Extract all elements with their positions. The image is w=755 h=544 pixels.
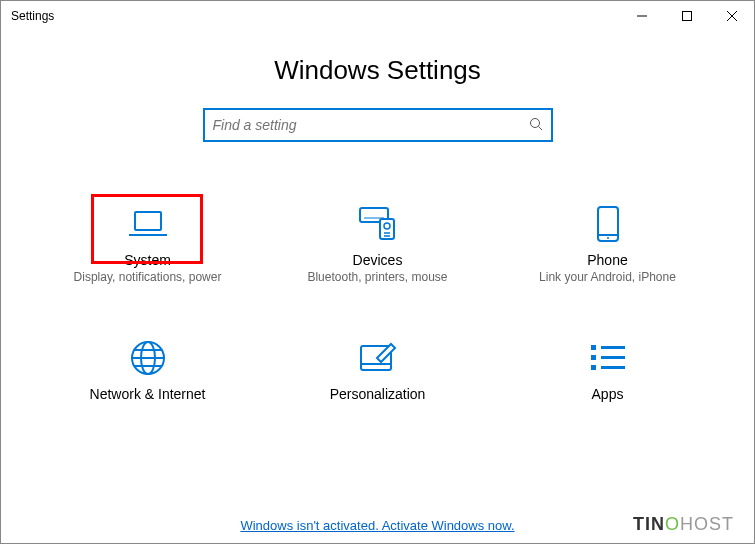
- tile-personalization[interactable]: Personalization: [283, 336, 473, 404]
- tile-desc: Link your Android, iPhone: [513, 270, 703, 286]
- maximize-button[interactable]: [664, 1, 709, 31]
- tile-network[interactable]: Network & Internet: [53, 336, 243, 404]
- close-button[interactable]: [709, 1, 754, 31]
- tile-apps[interactable]: Apps: [513, 336, 703, 404]
- tile-system[interactable]: System Display, notifications, power: [53, 202, 243, 286]
- tile-title: Devices: [283, 252, 473, 268]
- personalization-icon: [283, 336, 473, 380]
- watermark-part1: TIN: [633, 514, 665, 534]
- phone-icon: [513, 202, 703, 246]
- minimize-button[interactable]: [619, 1, 664, 31]
- tile-devices[interactable]: Devices Bluetooth, printers, mouse: [283, 202, 473, 286]
- svg-rect-25: [591, 355, 596, 360]
- watermark-part2: HOST: [680, 514, 734, 534]
- devices-icon: [283, 202, 473, 246]
- tile-title: Phone: [513, 252, 703, 268]
- tile-phone[interactable]: Phone Link your Android, iPhone: [513, 202, 703, 286]
- svg-point-16: [607, 237, 609, 239]
- tile-title: System: [53, 252, 243, 268]
- watermark: TINOHOST: [633, 514, 734, 535]
- svg-rect-26: [591, 365, 596, 370]
- window-title: Settings: [11, 9, 619, 23]
- search-container: [1, 108, 754, 142]
- laptop-icon: [53, 202, 243, 246]
- svg-point-4: [530, 118, 539, 127]
- settings-grid: System Display, notifications, power Dev…: [1, 202, 754, 454]
- search-icon: [529, 117, 543, 134]
- minimize-icon: [637, 11, 647, 21]
- tile-title: Personalization: [283, 386, 473, 402]
- svg-rect-24: [591, 345, 596, 350]
- globe-icon: [53, 336, 243, 380]
- watermark-o: O: [665, 514, 680, 534]
- search-input[interactable]: [213, 117, 529, 133]
- svg-rect-6: [135, 212, 161, 230]
- page-title: Windows Settings: [1, 55, 754, 86]
- maximize-icon: [682, 11, 692, 21]
- tile-desc: Display, notifications, power: [53, 270, 243, 286]
- apps-list-icon: [513, 336, 703, 380]
- svg-rect-1: [682, 12, 691, 21]
- tile-title: Network & Internet: [53, 386, 243, 402]
- tile-desc: Bluetooth, printers, mouse: [283, 270, 473, 286]
- svg-line-5: [538, 126, 542, 130]
- window-controls: [619, 1, 754, 31]
- close-icon: [727, 11, 737, 21]
- search-box[interactable]: [203, 108, 553, 142]
- titlebar: Settings: [1, 1, 754, 31]
- tile-title: Apps: [513, 386, 703, 402]
